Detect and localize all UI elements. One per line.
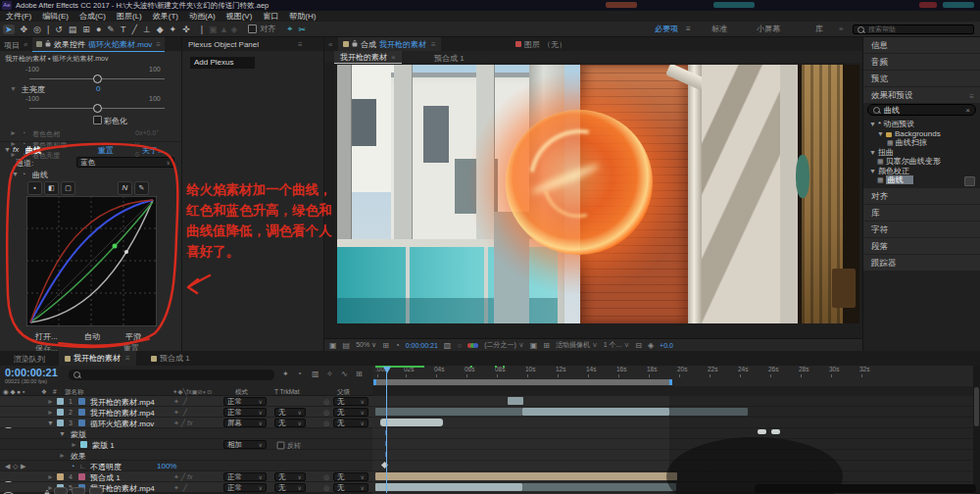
chevrons-icon[interactable]: » (839, 25, 843, 33)
views-dropdown[interactable]: 1 个... ∨ (604, 340, 629, 350)
brainstorm-icon[interactable]: ⊞ (356, 370, 363, 378)
opacity-stopwatch-icon[interactable]: ◔ (71, 463, 74, 469)
new-folder-icon[interactable] (964, 176, 975, 186)
keyframe-nav-next-icon[interactable]: ▶ (21, 463, 25, 470)
lock-icon[interactable] (46, 42, 51, 46)
panel-preview[interactable]: 预览 (863, 71, 980, 86)
composition-image[interactable] (337, 65, 859, 323)
transparency-grid-icon[interactable]: ⊞ (543, 341, 550, 350)
panel-tracker[interactable]: 跟踪器 (863, 255, 980, 271)
curves-open-button[interactable]: 打开... (35, 331, 58, 342)
add-plexus-button[interactable]: Add Plexus (190, 57, 255, 69)
trkmat-column-header[interactable]: T TrkMat (274, 388, 300, 395)
layer3-color-chip[interactable] (57, 420, 64, 426)
playhead-line[interactable] (386, 372, 387, 493)
layer5-bar-dark[interactable] (522, 483, 676, 491)
brightness-value[interactable]: 0 (96, 84, 100, 93)
viewer-subtab-active[interactable]: 我开枪的素材 × (334, 51, 402, 64)
plexus-menu-icon[interactable]: ≡ (298, 40, 303, 49)
effects-search-box[interactable]: 曲线 × (867, 104, 976, 116)
zoom-level[interactable]: 50% ∨ (356, 341, 376, 349)
panel-collapse-icon[interactable]: « (24, 40, 27, 49)
shape-tool-icon[interactable]: ● (96, 25, 101, 34)
layer4-switches[interactable]: ✦ ╱ fx (173, 473, 192, 481)
layer4-parent-pickwhip-icon[interactable]: ◎ (323, 473, 329, 481)
layer-row-4[interactable]: ► 4 预合成 1 ✦ ╱ fx 正常∨ 无∨ ◎ 无∨ (0, 471, 372, 482)
viewer-collapse-icon[interactable]: « (328, 40, 332, 49)
curves-reset-link[interactable]: 重置 (98, 145, 114, 156)
layer4-twirl-icon[interactable]: ► (47, 473, 54, 480)
fast-previews-icon[interactable]: ◈ (648, 341, 654, 350)
menu-help[interactable]: 帮助(H) (289, 11, 316, 22)
layer-row-2[interactable]: ► 2 我开枪的素材.mp4 ✦ ╱ 正常∨ 无∨ ◎ 无∨ (0, 407, 372, 418)
keyframe-nav-diamond-icon[interactable]: ◇ (13, 463, 18, 470)
mask1-color-chip[interactable] (80, 441, 87, 448)
roto-brush-tool-icon[interactable]: ✦ (170, 25, 177, 34)
layer1-switches[interactable]: ✦ ╱ (173, 398, 187, 406)
layer2-bar-light[interactable] (522, 408, 669, 416)
curve-smooth-tool[interactable]: N (118, 181, 132, 195)
timeline-tab-active[interactable]: 我开枪的素材 ≡ (59, 351, 136, 367)
magnification-icon[interactable]: ▤ (343, 341, 351, 350)
colorize-checkbox[interactable] (93, 116, 102, 124)
layer3-parent-dropdown[interactable]: 无∨ (333, 419, 368, 427)
mask1-row[interactable]: ► 蒙版 1 相加∨ 反转 (0, 439, 372, 450)
curves-graph[interactable] (26, 196, 157, 326)
mask1-mode-dropdown[interactable]: 相加∨ (223, 440, 267, 449)
text-tool-icon[interactable]: T (121, 25, 126, 34)
curves-group-twirl-icon[interactable]: ▼ (12, 171, 19, 177)
keyframe-nav-prev-icon[interactable]: ◀ (5, 463, 10, 470)
layer1-bar[interactable] (508, 397, 523, 405)
layer4-color-chip[interactable] (57, 473, 64, 480)
layer5-trkmat-dropdown[interactable]: 无∨ (274, 483, 306, 492)
curve-pencil-tool[interactable]: ✎ (134, 181, 149, 195)
layer1-twirl-icon[interactable]: ► (47, 398, 54, 405)
effects-group-row[interactable]: ► 效果 (0, 450, 372, 461)
always-preview-icon[interactable]: ▣ (329, 341, 337, 350)
layer-tab[interactable]: 图层 （无） (511, 37, 571, 51)
layer3-parent-pickwhip-icon[interactable]: ◎ (323, 420, 329, 427)
panel-character[interactable]: 字符 (863, 222, 980, 237)
graph-editor-icon[interactable]: ∿ (341, 370, 348, 378)
camera-tool-icon[interactable]: ▤ (69, 25, 77, 34)
tree-animation-presets[interactable]: ▼* 动画预设 (863, 120, 980, 129)
time-ruler[interactable]: :00s 02s 04s 06s 08s 10s 12s 14s 16s 18s… (372, 366, 973, 386)
layer-row-3[interactable]: ▼ 3 循环火焰素材.mov ✦ ╱ fx 屏幕∨ 无∨ ◎ 无∨ (0, 418, 372, 428)
playhead-marker[interactable] (383, 367, 391, 373)
panel-align[interactable]: 对齐 (863, 188, 980, 204)
layer5-mode-dropdown[interactable]: 正常∨ (223, 483, 267, 492)
timeline-tab-other[interactable]: 预合成 1 (145, 351, 196, 366)
layer2-parent-dropdown[interactable]: 无∨ (333, 408, 368, 417)
layer3-trkmat-dropdown[interactable]: 无∨ (274, 419, 306, 427)
curves-about-link[interactable]: 关于... (142, 145, 165, 156)
timeline-zoom-toggle-2[interactable] (72, 487, 85, 494)
layer3-twirl-icon[interactable]: ▼ (47, 420, 54, 426)
layer1-parent-dropdown[interactable]: 无∨ (333, 397, 368, 406)
comp-lock-icon[interactable] (353, 42, 358, 46)
render-queue-tab[interactable]: 渲染队列 (14, 354, 45, 365)
panel-effects-presets[interactable]: 效果和预设 ≡ (863, 87, 980, 103)
channel-dropdown[interactable]: 蓝色 ∨ (76, 157, 174, 168)
layer1-mode-dropdown[interactable]: 正常∨ (223, 397, 267, 406)
resolution-dropdown[interactable]: (二分之一) ∨ (484, 340, 523, 350)
menu-file[interactable]: 文件(F) (6, 11, 31, 22)
pixel-aspect-icon[interactable]: ⊟ (635, 341, 642, 350)
layer2-trkmat-dropdown[interactable]: 无∨ (274, 408, 306, 417)
layer2-bar-dark[interactable] (375, 408, 522, 416)
brush-tool-icon[interactable]: ╱ (131, 25, 136, 34)
layer-row-1[interactable]: ► 1 我开枪的素材.mp4 ✦ ╱ 正常∨ ◎ 无∨ (0, 396, 372, 407)
timeline-vscrollbar[interactable] (973, 366, 980, 494)
motion-blur-icon[interactable]: ✧ (326, 370, 333, 378)
layer3-switches[interactable]: ✦ ╱ fx (173, 420, 192, 427)
tree-distort-group[interactable]: ▼扭曲 (863, 148, 980, 158)
curves-auto-button[interactable]: 自动 (84, 331, 100, 342)
snap-checkbox[interactable] (248, 25, 257, 33)
snapshot-icon[interactable]: ▧ (444, 341, 452, 350)
selection-tool-icon[interactable]: ➤ (3, 25, 15, 34)
curves-smooth-button[interactable]: 平滑 (125, 331, 141, 342)
menu-animation[interactable]: 动画(A) (189, 11, 216, 22)
menu-view[interactable]: 视图(V) (226, 11, 253, 22)
region-of-interest-icon[interactable]: ▣ (530, 341, 538, 350)
layer2-mode-dropdown[interactable]: 正常∨ (223, 408, 267, 417)
puppet-pin-tool-icon[interactable]: ✜ (182, 25, 190, 34)
